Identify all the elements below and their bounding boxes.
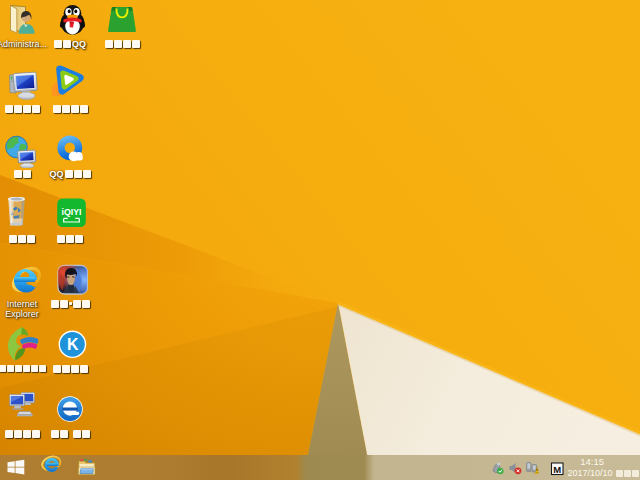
svg-text:K: K xyxy=(67,336,79,353)
svg-text:M: M xyxy=(553,464,561,475)
svg-text:iQIYI: iQIYI xyxy=(61,207,81,217)
